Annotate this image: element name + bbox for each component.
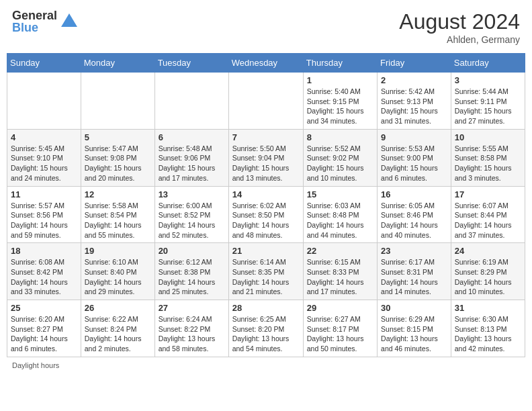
calendar-cell: 29Sunrise: 6:27 AM Sunset: 8:17 PM Dayli… — [303, 300, 377, 357]
day-info: Sunrise: 6:10 AM Sunset: 8:40 PM Dayligh… — [85, 257, 151, 297]
day-info: Sunrise: 6:22 AM Sunset: 8:24 PM Dayligh… — [85, 314, 151, 354]
day-info: Sunrise: 5:47 AM Sunset: 9:08 PM Dayligh… — [85, 144, 151, 183]
day-info: Sunrise: 6:15 AM Sunset: 8:33 PM Dayligh… — [307, 257, 373, 297]
calendar-cell: 23Sunrise: 6:17 AM Sunset: 8:31 PM Dayli… — [378, 243, 451, 300]
day-info: Sunrise: 5:42 AM Sunset: 9:13 PM Dayligh… — [381, 87, 447, 126]
day-number: 29 — [307, 303, 373, 313]
day-number: 26 — [85, 303, 151, 313]
day-info: Sunrise: 6:03 AM Sunset: 8:48 PM Dayligh… — [307, 201, 373, 240]
calendar-table: SundayMondayTuesdayWednesdayThursdayFrid… — [7, 53, 525, 357]
day-info: Sunrise: 6:20 AM Sunset: 8:27 PM Dayligh… — [11, 314, 77, 354]
calendar-cell: 11Sunrise: 5:57 AM Sunset: 8:56 PM Dayli… — [7, 186, 81, 243]
day-info: Sunrise: 6:17 AM Sunset: 8:31 PM Dayligh… — [381, 257, 447, 297]
logo-icon — [60, 12, 79, 31]
calendar-header-row: SundayMondayTuesdayWednesdayThursdayFrid… — [7, 54, 525, 73]
day-info: Sunrise: 6:08 AM Sunset: 8:42 PM Dayligh… — [11, 257, 77, 297]
calendar-cell: 31Sunrise: 6:30 AM Sunset: 8:13 PM Dayli… — [451, 300, 525, 357]
day-number: 3 — [455, 75, 521, 85]
day-number: 11 — [11, 189, 77, 199]
logo: General Blue — [12, 9, 79, 34]
day-number: 21 — [232, 246, 300, 256]
day-info: Sunrise: 6:30 AM Sunset: 8:13 PM Dayligh… — [455, 314, 521, 354]
calendar-cell: 20Sunrise: 6:12 AM Sunset: 8:38 PM Dayli… — [154, 243, 228, 300]
day-number: 27 — [159, 303, 225, 313]
day-number: 30 — [381, 303, 447, 313]
day-info: Sunrise: 6:14 AM Sunset: 8:35 PM Dayligh… — [232, 257, 300, 297]
calendar-cell: 4Sunrise: 5:45 AM Sunset: 9:10 PM Daylig… — [7, 129, 81, 186]
calendar-cell: 6Sunrise: 5:48 AM Sunset: 9:06 PM Daylig… — [154, 129, 228, 186]
day-info: Sunrise: 6:24 AM Sunset: 8:22 PM Dayligh… — [159, 314, 225, 354]
day-number: 15 — [307, 189, 373, 199]
day-number: 2 — [381, 75, 447, 85]
day-number: 4 — [11, 132, 77, 142]
day-number: 22 — [307, 246, 373, 256]
calendar-week-row: 18Sunrise: 6:08 AM Sunset: 8:42 PM Dayli… — [7, 243, 525, 300]
day-info: Sunrise: 6:27 AM Sunset: 8:17 PM Dayligh… — [307, 314, 373, 354]
day-number: 5 — [85, 132, 151, 142]
day-info: Sunrise: 5:55 AM Sunset: 8:58 PM Dayligh… — [455, 144, 521, 183]
day-info: Sunrise: 6:12 AM Sunset: 8:38 PM Dayligh… — [159, 257, 225, 297]
day-number: 19 — [85, 246, 151, 256]
calendar-cell — [228, 73, 303, 130]
calendar-week-row: 11Sunrise: 5:57 AM Sunset: 8:56 PM Dayli… — [7, 186, 525, 243]
day-info: Sunrise: 5:40 AM Sunset: 9:15 PM Dayligh… — [307, 87, 373, 126]
calendar-cell: 9Sunrise: 5:53 AM Sunset: 9:00 PM Daylig… — [378, 129, 451, 186]
month-year-title: August 2024 — [399, 9, 520, 34]
day-number: 1 — [307, 75, 373, 85]
day-info: Sunrise: 6:19 AM Sunset: 8:29 PM Dayligh… — [455, 257, 521, 297]
calendar-cell: 1Sunrise: 5:40 AM Sunset: 9:15 PM Daylig… — [303, 73, 377, 130]
svg-marker-0 — [61, 13, 77, 27]
calendar-cell: 22Sunrise: 6:15 AM Sunset: 8:33 PM Dayli… — [303, 243, 377, 300]
calendar-cell: 7Sunrise: 5:50 AM Sunset: 9:04 PM Daylig… — [228, 129, 303, 186]
daylight-label: Daylight hours — [12, 361, 59, 369]
day-number: 25 — [11, 303, 77, 313]
calendar-cell — [154, 73, 228, 130]
day-number: 23 — [381, 246, 447, 256]
calendar-cell: 28Sunrise: 6:25 AM Sunset: 8:20 PM Dayli… — [228, 300, 303, 357]
day-info: Sunrise: 5:53 AM Sunset: 9:00 PM Dayligh… — [381, 144, 447, 183]
calendar-cell: 17Sunrise: 6:07 AM Sunset: 8:44 PM Dayli… — [451, 186, 525, 243]
calendar-cell — [7, 73, 81, 130]
calendar-cell: 18Sunrise: 6:08 AM Sunset: 8:42 PM Dayli… — [7, 243, 81, 300]
calendar-day-header: Sunday — [7, 54, 81, 73]
day-info: Sunrise: 6:00 AM Sunset: 8:52 PM Dayligh… — [159, 201, 225, 240]
day-number: 20 — [159, 246, 225, 256]
calendar-cell: 21Sunrise: 6:14 AM Sunset: 8:35 PM Dayli… — [228, 243, 303, 300]
day-number: 12 — [85, 189, 151, 199]
calendar-footer: Daylight hours — [7, 361, 525, 369]
calendar-cell: 26Sunrise: 6:22 AM Sunset: 8:24 PM Dayli… — [81, 300, 154, 357]
day-info: Sunrise: 5:44 AM Sunset: 9:11 PM Dayligh… — [455, 87, 521, 126]
calendar-cell: 19Sunrise: 6:10 AM Sunset: 8:40 PM Dayli… — [81, 243, 154, 300]
day-number: 8 — [307, 132, 373, 142]
calendar-day-header: Tuesday — [154, 54, 228, 73]
calendar-day-header: Saturday — [451, 54, 525, 73]
day-number: 31 — [455, 303, 521, 313]
calendar-day-header: Thursday — [303, 54, 377, 73]
calendar-cell: 10Sunrise: 5:55 AM Sunset: 8:58 PM Dayli… — [451, 129, 525, 186]
day-number: 17 — [455, 189, 521, 199]
title-block: August 2024 Ahlden, Germany — [399, 9, 520, 45]
calendar-cell: 3Sunrise: 5:44 AM Sunset: 9:11 PM Daylig… — [451, 73, 525, 130]
day-info: Sunrise: 5:57 AM Sunset: 8:56 PM Dayligh… — [11, 201, 77, 240]
day-number: 28 — [232, 303, 300, 313]
day-info: Sunrise: 6:02 AM Sunset: 8:50 PM Dayligh… — [232, 201, 300, 240]
day-number: 6 — [159, 132, 225, 142]
calendar-cell: 2Sunrise: 5:42 AM Sunset: 9:13 PM Daylig… — [378, 73, 451, 130]
day-info: Sunrise: 5:58 AM Sunset: 8:54 PM Dayligh… — [85, 201, 151, 240]
day-info: Sunrise: 6:05 AM Sunset: 8:46 PM Dayligh… — [381, 201, 447, 240]
calendar-cell: 25Sunrise: 6:20 AM Sunset: 8:27 PM Dayli… — [7, 300, 81, 357]
day-number: 14 — [232, 189, 300, 199]
day-number: 10 — [455, 132, 521, 142]
logo-blue-text: Blue — [12, 21, 57, 34]
day-info: Sunrise: 5:48 AM Sunset: 9:06 PM Dayligh… — [159, 144, 225, 183]
calendar-cell — [81, 73, 154, 130]
location-title: Ahlden, Germany — [399, 34, 520, 45]
calendar-day-header: Monday — [81, 54, 154, 73]
calendar-cell: 15Sunrise: 6:03 AM Sunset: 8:48 PM Dayli… — [303, 186, 377, 243]
calendar-cell: 27Sunrise: 6:24 AM Sunset: 8:22 PM Dayli… — [154, 300, 228, 357]
calendar-cell: 13Sunrise: 6:00 AM Sunset: 8:52 PM Dayli… — [154, 186, 228, 243]
calendar-cell: 5Sunrise: 5:47 AM Sunset: 9:08 PM Daylig… — [81, 129, 154, 186]
calendar-day-header: Friday — [378, 54, 451, 73]
day-info: Sunrise: 6:25 AM Sunset: 8:20 PM Dayligh… — [232, 314, 300, 354]
day-number: 9 — [381, 132, 447, 142]
